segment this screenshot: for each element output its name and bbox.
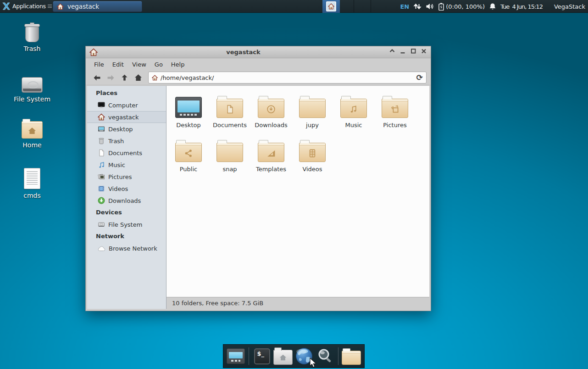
close-button[interactable] [421, 47, 427, 58]
desktop-icon-cmds[interactable]: cmds [9, 168, 55, 199]
file-item-snap[interactable]: snap [209, 138, 250, 182]
file-item-desktop[interactable]: Desktop [168, 94, 209, 138]
file-item-label: jupy [306, 122, 319, 129]
dock-folder-button[interactable] [342, 347, 361, 366]
forward-button[interactable] [104, 72, 117, 84]
desktop-folder-icon [175, 97, 202, 118]
file-list-view[interactable]: Desktop Documents Downloads jupy [166, 86, 429, 297]
sidebar-header-places: Places [87, 87, 166, 99]
file-item-label: Desktop [176, 122, 201, 129]
titlebar[interactable]: vegastack [86, 46, 431, 58]
file-manager-icon [273, 350, 293, 365]
volume-icon[interactable] [426, 3, 434, 10]
applications-menu[interactable]: Applications [0, 0, 54, 12]
menu-file[interactable]: File [90, 59, 108, 70]
window-home-icon [89, 48, 98, 56]
desktop-icon-trash[interactable]: Trash [9, 21, 55, 52]
file-item-documents[interactable]: Documents [209, 94, 250, 138]
terminal-icon: $_ [254, 348, 270, 364]
sidebar-item-label: Desktop [108, 126, 133, 133]
dock-separator [249, 347, 249, 365]
panel-separator [371, 0, 371, 13]
search-icon [316, 347, 334, 365]
computer-icon [98, 101, 105, 109]
desktop-icon [98, 125, 105, 133]
panel-separator [354, 0, 354, 13]
dock-app-finder-button[interactable] [316, 347, 335, 366]
sidebar-item-vegastack[interactable]: vegastack [87, 111, 166, 123]
sidebar-item-browse-network[interactable]: Browse Network [87, 242, 166, 254]
maximize-button[interactable] [410, 47, 416, 58]
battery-icon[interactable] [438, 3, 444, 11]
sidebar-item-downloads[interactable]: Downloads [87, 195, 166, 207]
clock[interactable]: Tue 4 Jun, 15:12 [500, 3, 543, 10]
file-item-pictures[interactable]: Pictures [374, 94, 416, 138]
dock-show-desktop-button[interactable] [226, 347, 245, 366]
desktop-icon-label: cmds [9, 192, 55, 199]
dock-file-manager-button[interactable] [273, 347, 293, 366]
sidebar-item-file-system[interactable]: File System [87, 218, 166, 230]
sidebar-item-desktop[interactable]: Desktop [87, 123, 166, 135]
notification-bell-icon[interactable] [489, 3, 496, 11]
minimize-button[interactable] [399, 47, 406, 58]
tray-window-icon[interactable] [322, 0, 340, 13]
document-icon [98, 149, 105, 157]
reload-icon[interactable]: ⟳ [416, 74, 423, 82]
public-folder-icon [175, 143, 202, 162]
back-button[interactable] [90, 72, 104, 84]
desktop-icon-label: Home [9, 141, 55, 149]
home-icon [57, 3, 64, 10]
network-arrows-icon[interactable] [413, 3, 422, 10]
desktop-icon-home[interactable]: Home [9, 121, 55, 149]
file-item-music[interactable]: Music [333, 94, 374, 138]
folder-icon [342, 351, 361, 365]
toolbar: /home/vegastack/ ⟳ [86, 70, 431, 85]
xfce-logo-icon [2, 2, 11, 11]
dock-web-browser-button[interactable] [294, 347, 314, 366]
sidebar-item-music[interactable]: Music [87, 159, 166, 171]
sidebar-item-label: Videos [108, 185, 128, 192]
trash-icon [98, 137, 105, 145]
videos-icon [98, 185, 105, 192]
keyboard-layout-indicator[interactable]: EN [400, 3, 409, 10]
up-button[interactable] [117, 72, 131, 84]
file-item-downloads[interactable]: Downloads [250, 94, 292, 138]
show-desktop-icon [227, 348, 245, 364]
statusbar: 10 folders, Free space: 7.5 GiB [166, 297, 429, 309]
menu-view[interactable]: View [128, 59, 150, 70]
sidebar-item-pictures[interactable]: Pictures [87, 171, 166, 183]
documents-folder-icon [216, 99, 243, 118]
home-button[interactable] [131, 72, 145, 84]
sidebar-item-videos[interactable]: Videos [87, 183, 166, 195]
sidebar-item-trash[interactable]: Trash [87, 135, 166, 147]
sidebar-item-label: vegastack [108, 114, 139, 121]
desktop-icon-file-system[interactable]: File System [9, 73, 55, 103]
desktop-icon-label: File System [9, 95, 55, 103]
file-item-jupy[interactable]: jupy [292, 94, 333, 138]
sidebar-item-documents[interactable]: Documents [87, 147, 166, 159]
hard-drive-icon [98, 221, 105, 228]
bottom-dock: $_ [223, 344, 365, 368]
folder-icon [299, 99, 326, 118]
taskbar-window-button[interactable]: vegastack [53, 1, 142, 12]
sidebar-item-label: Trash [108, 138, 124, 145]
shade-button[interactable] [389, 47, 395, 58]
templates-folder-icon [258, 143, 284, 162]
file-item-videos[interactable]: Videos [292, 138, 333, 182]
file-item-label: Videos [302, 166, 322, 173]
location-bar[interactable]: /home/vegastack/ ⟳ [148, 72, 427, 84]
menu-edit[interactable]: Edit [108, 59, 128, 70]
path-text: /home/vegastack/ [161, 74, 414, 81]
dock-terminal-button[interactable]: $_ [252, 347, 272, 366]
file-item-public[interactable]: Public [168, 138, 209, 182]
battery-status-text[interactable]: (0:00, 100%) [446, 3, 485, 10]
task-button-label: vegastack [67, 3, 99, 10]
sidebar-item-computer[interactable]: Computer [87, 99, 166, 111]
sidebar-item-label: Browse Network [109, 245, 157, 252]
downloads-icon [98, 197, 105, 204]
statusbar-text: 10 folders, Free space: 7.5 GiB [172, 300, 263, 307]
file-item-templates[interactable]: Templates [250, 138, 292, 182]
menu-go[interactable]: Go [150, 59, 167, 70]
downloads-folder-icon [258, 99, 284, 118]
menu-help[interactable]: Help [167, 59, 189, 70]
